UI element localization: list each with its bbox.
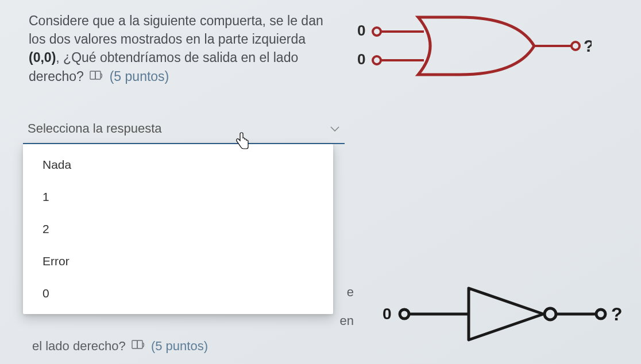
or-gate-diagram: 0 0 ? [345,11,592,86]
question-block-1: Considere que a la siguiente compuerta, … [0,0,641,92]
dropdown-option[interactable]: 2 [23,213,333,245]
question2-tail: el lado derecho? [32,339,126,353]
answer-dropdown[interactable]: Selecciona la respuesta Nada 1 2 Error 0 [23,115,345,144]
dropdown-placeholder: Selecciona la respuesta [28,121,162,136]
svg-point-9 [572,42,580,50]
svg-rect-1 [95,71,101,79]
svg-rect-11 [132,340,137,348]
dropdown-option[interactable]: 1 [23,181,333,213]
svg-rect-12 [137,340,142,348]
svg-point-18 [596,309,605,319]
svg-text:0: 0 [357,51,365,68]
svg-text:?: ? [584,36,592,55]
not-gate-diagram: 0 ? [371,282,624,359]
dropdown-option[interactable]: Nada [23,149,333,181]
dropdown-list: Nada 1 2 Error 0 [23,144,333,314]
chevron-down-icon [330,121,340,136]
svg-point-16 [545,308,556,320]
svg-rect-0 [90,71,95,79]
dropdown-option[interactable]: Error [23,245,333,277]
immersive-reader-icon[interactable] [132,334,145,359]
question2-points: (5 puntos) [151,339,208,353]
immersive-reader-icon[interactable] [90,68,103,86]
dropdown-option[interactable]: 0 [23,277,333,309]
question1-inputs-bold: (0,0) [29,50,56,65]
dropdown-trigger[interactable]: Selecciona la respuesta [23,115,345,144]
svg-point-4 [373,28,381,36]
svg-text:0: 0 [357,22,365,39]
svg-point-14 [400,309,409,319]
question1-points: (5 puntos) [110,69,169,84]
question-text-1: Considere que a la siguiente compuerta, … [29,11,327,87]
svg-text:0: 0 [383,305,392,323]
svg-text:?: ? [611,304,623,324]
question1-part1: Considere que a la siguiente compuerta, … [29,13,323,47]
svg-point-5 [373,56,381,64]
